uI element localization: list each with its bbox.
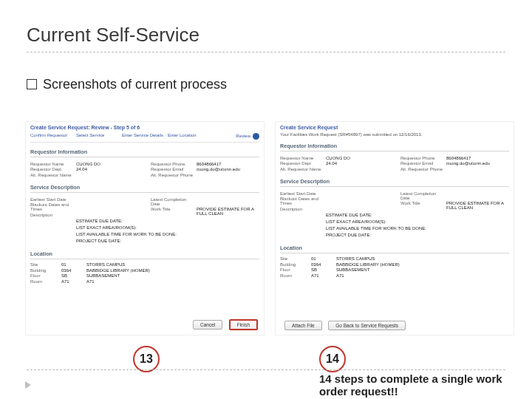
step-active-dot (253, 133, 259, 140)
screenshot-14: Create Service Request Your Facilities W… (275, 121, 514, 335)
description-lines: ESTIMATE DUE DATE: LIST EXACT AREA/ROOM(… (76, 218, 259, 245)
divider-top (27, 52, 505, 52)
requestor-grid-r: Requestor NameCUONG DO Requestor Dept24.… (280, 154, 509, 172)
step-5: Review (214, 133, 259, 140)
step-1: Confirm Requestor (30, 133, 76, 140)
section-location: Location (30, 250, 259, 259)
step-number-13: 13 (133, 346, 160, 372)
panel-header-r: Create Service Request (280, 125, 509, 130)
step-4: Enter Location (168, 133, 214, 140)
step-2: Select Service (76, 133, 122, 140)
section-requestor: Requestor Information (30, 149, 259, 157)
section-location-r: Location (280, 245, 509, 253)
submitted-msg: Your Facilities Work Request (SR#54897) … (280, 132, 509, 137)
attach-file-button[interactable]: Attach File (284, 321, 322, 330)
cancel-button[interactable]: Cancel (193, 320, 222, 330)
wizard-steps: Confirm Requestor Select Service Enter S… (30, 133, 259, 143)
screenshot-13: Create Service Request: Review - Step 5 … (25, 121, 265, 335)
finish-button[interactable]: Finish (229, 319, 258, 330)
footer-text: 14 steps to complete a single work order… (319, 372, 519, 398)
page-title: Current Self-Service (27, 24, 200, 47)
subtitle-text: Screenshots of current process (43, 77, 227, 92)
location-grid-r: Site01STORRS CAMPUS Building0364BABBIDGE… (280, 256, 509, 278)
bullet-square (27, 79, 37, 89)
subtitle: Screenshots of current process (27, 77, 227, 92)
section-service: Service Description (30, 184, 259, 193)
panel-header: Create Service Request: Review - Step 5 … (30, 125, 259, 130)
divider-bottom (27, 369, 505, 370)
step-3: Enter Service Details (122, 133, 168, 140)
service-grid-r: Earliest Start Date Blackout Dates and T… (280, 190, 509, 212)
location-grid: Site01STORRS CAMPUS Building0364BABBIDGE… (30, 262, 259, 284)
panel-buttons-r: Attach File Go Back to Service Requests (282, 317, 406, 330)
requestor-grid: Requestor NameCUONG DO Requestor Dept24.… (30, 160, 259, 178)
section-requestor-r: Requestor Information (280, 143, 509, 151)
section-service-r: Service Description (280, 178, 509, 187)
arrow-icon (25, 381, 31, 389)
panel-buttons: Cancel Finish (190, 316, 258, 330)
go-back-button[interactable]: Go Back to Service Requests (328, 321, 406, 330)
step-number-14: 14 (319, 346, 346, 372)
service-grid: Earliest Start Date Blackout Dates and T… (30, 196, 259, 218)
description-lines-r: ESTIMATE DUE DATE: LIST EXACT AREA/ROOM(… (326, 212, 509, 239)
